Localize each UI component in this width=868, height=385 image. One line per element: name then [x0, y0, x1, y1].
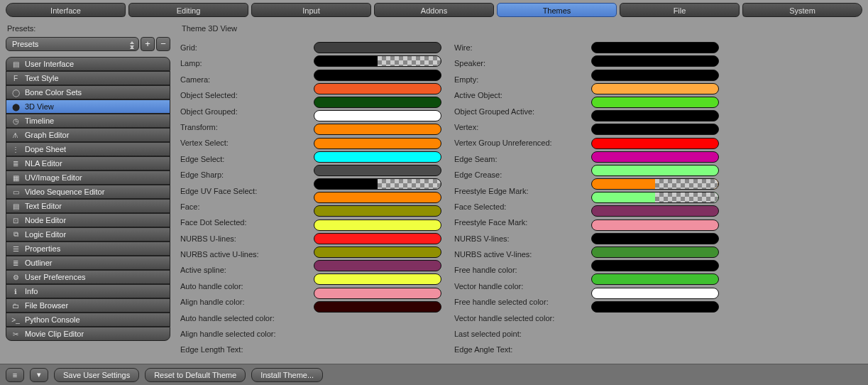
save-user-settings-button[interactable]: Save User Settings	[54, 368, 139, 382]
category-icon: ⚙	[11, 272, 21, 282]
category-icon: ▭	[11, 187, 21, 197]
sidebar-item-dope-sheet[interactable]: ⋮Dope Sheet	[6, 142, 170, 156]
presets-dropdown[interactable]: Presets	[6, 37, 139, 51]
category-icon: ◷	[11, 116, 21, 126]
color-swatch[interactable]	[314, 70, 441, 81]
color-swatch[interactable]	[591, 205, 719, 217]
color-swatch[interactable]	[591, 178, 719, 190]
preferences-footer: ≡ ▾ Save User Settings Reset to Default …	[0, 364, 868, 385]
category-icon: ✂	[11, 329, 21, 339]
color-swatch[interactable]	[314, 97, 441, 108]
color-swatch[interactable]	[591, 151, 719, 163]
sidebar-item-file-browser[interactable]: 🗀File Browser	[6, 298, 170, 313]
category-label: Text Style	[25, 74, 59, 82]
category-label: Movie Clip Editor	[25, 330, 84, 338]
color-swatch[interactable]	[591, 192, 719, 203]
preset-add-button[interactable]: +	[141, 37, 155, 51]
category-label: NLA Editor	[25, 159, 62, 168]
category-label: Outliner	[25, 259, 53, 267]
property-label: Align handle selected color:	[180, 326, 301, 342]
color-swatch[interactable]	[591, 288, 719, 299]
color-swatch[interactable]	[591, 233, 719, 244]
color-swatch[interactable]	[314, 192, 441, 203]
category-label: UV/Image Editor	[25, 173, 82, 182]
tab-system[interactable]: System	[742, 3, 862, 17]
category-icon: ℹ	[11, 286, 21, 296]
tab-editing[interactable]: Editing	[128, 3, 248, 17]
color-swatch[interactable]	[314, 124, 441, 135]
color-swatch[interactable]	[314, 138, 441, 149]
property-label: Camera:	[180, 72, 301, 87]
sidebar-item-timeline[interactable]: ◷Timeline	[6, 114, 170, 128]
sidebar-item-properties[interactable]: ☰Properties	[6, 242, 170, 256]
color-swatch[interactable]	[314, 178, 441, 190]
sidebar-item-graph-editor[interactable]: ⩚Graph Editor	[6, 128, 170, 142]
color-swatch[interactable]	[314, 110, 441, 121]
color-swatch[interactable]	[591, 138, 719, 149]
category-icon: ⋮	[11, 144, 21, 154]
property-label: Face:	[180, 199, 301, 215]
tab-themes[interactable]: Themes	[497, 3, 617, 17]
category-icon: >_	[11, 315, 21, 325]
sidebar-item-outliner[interactable]: ≣Outliner	[6, 256, 170, 270]
sidebar-item-text-editor[interactable]: ▤Text Editor	[6, 199, 170, 213]
theme-sidebar: Presets: Presets + − ▤User InterfaceFTex…	[6, 23, 170, 361]
category-label: Info	[25, 287, 38, 295]
install-theme-button[interactable]: Install Theme...	[251, 368, 323, 382]
tab-file[interactable]: File	[620, 3, 740, 17]
color-swatch[interactable]	[314, 219, 441, 231]
color-swatch[interactable]	[314, 42, 441, 53]
property-label: Edge Length Text:	[180, 342, 301, 357]
reset-default-theme-button[interactable]: Reset to Default Theme	[145, 368, 246, 382]
sidebar-item-user-interface[interactable]: ▤User Interface	[6, 57, 170, 71]
color-swatch[interactable]	[314, 151, 441, 163]
color-swatch[interactable]	[314, 260, 441, 271]
color-swatch[interactable]	[591, 55, 719, 67]
sidebar-item-user-preferences[interactable]: ⚙User Preferences	[6, 270, 170, 284]
property-label: Auto handle color:	[180, 278, 301, 294]
color-swatch[interactable]	[591, 219, 719, 231]
color-swatch[interactable]	[591, 97, 719, 108]
color-swatch[interactable]	[591, 165, 719, 176]
color-swatch[interactable]	[314, 246, 441, 258]
color-swatch[interactable]	[591, 42, 719, 53]
color-swatch[interactable]	[314, 205, 441, 217]
editor-type-menu-icon[interactable]: ≡	[6, 368, 24, 382]
sidebar-item-logic-editor[interactable]: ⧉Logic Editor	[6, 227, 170, 242]
property-label: Object Grouped:	[180, 104, 301, 119]
sidebar-item-info[interactable]: ℹInfo	[6, 284, 170, 298]
sidebar-item-node-editor[interactable]: ⊡Node Editor	[6, 213, 170, 227]
color-swatch[interactable]	[314, 288, 441, 299]
sidebar-item-python-console[interactable]: >_Python Console	[6, 313, 170, 327]
sidebar-item-uv-image-editor[interactable]: ▦UV/Image Editor	[6, 170, 170, 185]
toggle-header-icon[interactable]: ▾	[30, 368, 48, 382]
color-swatch[interactable]	[591, 260, 719, 271]
property-label: Edge Angle Text:	[454, 342, 578, 357]
color-swatch[interactable]	[591, 246, 719, 258]
color-swatch[interactable]	[314, 273, 441, 285]
color-swatch[interactable]	[591, 110, 719, 121]
sidebar-item-bone-color-sets[interactable]: ◯Bone Color Sets	[6, 85, 170, 99]
color-swatch[interactable]	[591, 301, 719, 313]
tab-addons[interactable]: Addons	[374, 3, 494, 17]
sidebar-item-video-sequence-editor[interactable]: ▭Video Sequence Editor	[6, 185, 170, 199]
color-swatch[interactable]	[591, 273, 719, 285]
preset-remove-button[interactable]: −	[156, 37, 170, 51]
color-swatch[interactable]	[591, 124, 719, 135]
tab-input[interactable]: Input	[251, 3, 371, 17]
theme-category-list: ▤User InterfaceFText Style◯Bone Color Se…	[6, 57, 170, 341]
tab-interface[interactable]: Interface	[6, 3, 126, 17]
color-swatch[interactable]	[591, 70, 719, 81]
sidebar-item-text-style[interactable]: FText Style	[6, 71, 170, 85]
color-swatch[interactable]	[314, 301, 441, 313]
color-swatch[interactable]	[314, 83, 441, 94]
color-swatch[interactable]	[314, 55, 441, 67]
color-swatch[interactable]	[314, 165, 441, 176]
sidebar-item-nla-editor[interactable]: ≣NLA Editor	[6, 156, 170, 170]
color-swatch[interactable]	[591, 83, 719, 94]
color-swatch[interactable]	[314, 233, 441, 244]
property-label: Lamp:	[180, 55, 301, 71]
property-label: Free handle color:	[454, 262, 578, 278]
sidebar-item-movie-clip-editor[interactable]: ✂Movie Clip Editor	[6, 327, 170, 341]
sidebar-item-3d-view[interactable]: ⬤3D View	[6, 99, 170, 114]
